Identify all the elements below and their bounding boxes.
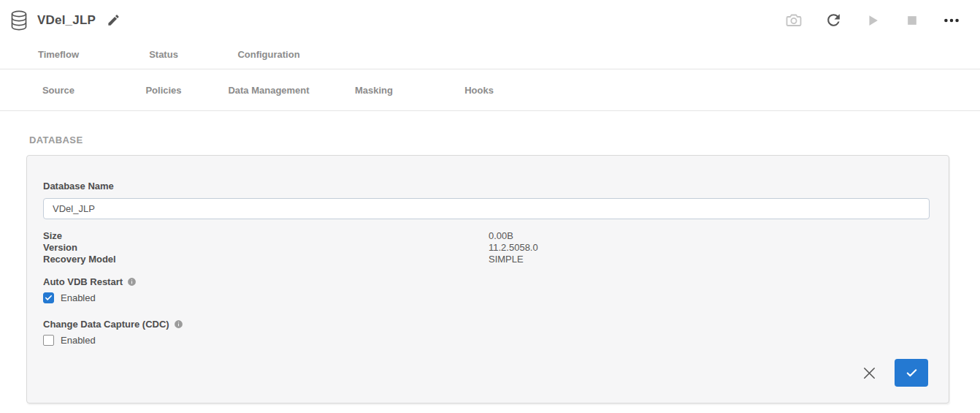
- cdc-checkbox[interactable]: [43, 335, 54, 346]
- info-row-version: Version 11.2.5058.0: [43, 242, 928, 254]
- database-panel: Database Name Size 0.00B Version 11.2.50…: [26, 155, 949, 403]
- page-title: VDel_JLP: [37, 13, 96, 28]
- size-value: 0.00B: [489, 230, 513, 242]
- more-options-button[interactable]: [942, 11, 961, 30]
- cdc-checkbox-row[interactable]: Enabled: [43, 335, 928, 346]
- tab-configuration[interactable]: Configuration: [216, 49, 321, 60]
- info-icon[interactable]: [127, 277, 137, 287]
- info-row-size: Size 0.00B: [43, 230, 928, 242]
- auto-vdb-restart-checkbox-row[interactable]: Enabled: [43, 292, 928, 303]
- recovery-model-label: Recovery Model: [43, 254, 489, 265]
- form-actions: [43, 359, 928, 387]
- auto-vdb-restart-checkbox-label: Enabled: [61, 292, 96, 303]
- start-button[interactable]: [863, 11, 882, 30]
- main-content: DATABASE Database Name Size 0.00B Versio…: [0, 111, 980, 403]
- info-row-recovery-model: Recovery Model SIMPLE: [43, 254, 928, 265]
- ellipsis-icon: [942, 11, 961, 30]
- edit-name-icon[interactable]: [107, 13, 120, 27]
- check-icon: [45, 294, 53, 302]
- confirm-button[interactable]: [895, 359, 928, 387]
- close-icon: [861, 365, 878, 382]
- stop-button[interactable]: [903, 11, 922, 30]
- version-label: Version: [43, 242, 489, 254]
- tab-masking[interactable]: Masking: [321, 85, 426, 96]
- tab-status[interactable]: Status: [111, 49, 216, 60]
- snapshot-camera-button[interactable]: [784, 11, 803, 30]
- check-icon: [906, 367, 918, 379]
- database-icon: [10, 10, 28, 31]
- title-group: VDel_JLP: [10, 10, 120, 31]
- refresh-button[interactable]: [824, 11, 843, 30]
- tab-data-management[interactable]: Data Management: [216, 85, 321, 96]
- version-value: 11.2.5058.0: [489, 242, 538, 254]
- camera-icon: [785, 12, 803, 29]
- app-window: VDel_JLP: [0, 0, 980, 413]
- secondary-tab-bar: Source Policies Data Management Masking …: [0, 69, 980, 111]
- top-bar: VDel_JLP: [0, 0, 980, 40]
- tab-hooks[interactable]: Hooks: [426, 85, 532, 96]
- primary-tab-bar: Timeflow Status Configuration: [0, 40, 980, 69]
- cdc-field: Change Data Capture (CDC) Enabled: [43, 319, 928, 346]
- auto-vdb-restart-checkbox[interactable]: [43, 292, 54, 303]
- cdc-checkbox-label: Enabled: [61, 335, 96, 346]
- toolbar: [784, 11, 965, 30]
- tab-source[interactable]: Source: [6, 85, 111, 96]
- database-name-label: Database Name: [43, 181, 928, 192]
- auto-vdb-restart-label: Auto VDB Restart: [43, 276, 123, 287]
- size-label: Size: [43, 230, 489, 242]
- cdc-label: Change Data Capture (CDC): [43, 319, 169, 330]
- info-icon[interactable]: [174, 319, 183, 329]
- play-icon: [865, 12, 881, 29]
- auto-vdb-restart-field: Auto VDB Restart Enabled: [43, 276, 928, 303]
- cancel-button[interactable]: [860, 363, 878, 382]
- section-title: DATABASE: [29, 134, 954, 145]
- tab-policies[interactable]: Policies: [111, 85, 216, 96]
- recovery-model-value: SIMPLE: [489, 254, 524, 265]
- info-grid: Size 0.00B Version 11.2.5058.0 Recovery …: [43, 230, 928, 265]
- refresh-icon: [824, 11, 843, 29]
- stop-icon: [905, 13, 919, 28]
- tab-timeflow[interactable]: Timeflow: [6, 49, 111, 60]
- database-name-input[interactable]: [43, 198, 930, 219]
